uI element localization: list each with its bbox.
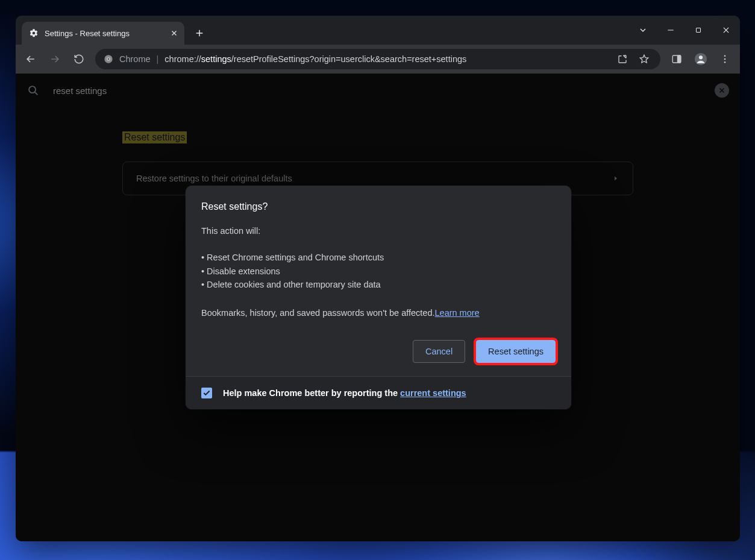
forward-button[interactable] — [45, 49, 65, 69]
svg-point-10 — [724, 61, 726, 63]
omnibox-separator: | — [157, 54, 159, 64]
settings-search-value: reset settings — [53, 86, 701, 96]
dialog-bullet-list: Reset Chrome settings and Chrome shortcu… — [201, 251, 556, 291]
chrome-icon — [104, 54, 113, 64]
current-settings-link[interactable]: current settings — [400, 388, 466, 398]
dialog-title: Reset settings? — [201, 201, 556, 212]
reset-settings-button[interactable]: Reset settings — [476, 340, 556, 363]
back-button[interactable] — [20, 49, 41, 69]
reset-settings-dialog: Reset settings? This action will: Reset … — [186, 186, 571, 409]
clear-search-button[interactable] — [715, 83, 729, 98]
omnibox-prefix: Chrome — [119, 54, 151, 64]
svg-rect-5 — [678, 55, 681, 63]
dialog-lead: This action will: — [201, 224, 556, 238]
dialog-bullet: Disable extensions — [201, 265, 556, 278]
omnibox-url: chrome://settings/resetProfileSettings?o… — [164, 54, 466, 64]
share-icon[interactable] — [615, 51, 630, 67]
minimize-button[interactable] — [657, 18, 685, 42]
close-tab-button[interactable] — [169, 28, 180, 39]
svg-point-3 — [108, 58, 110, 60]
bookmark-star-icon[interactable] — [636, 51, 652, 67]
settings-page: reset settings Reset settings Restore se… — [16, 74, 740, 541]
search-icon — [27, 84, 40, 97]
omnibox[interactable]: Chrome | chrome://settings/resetProfileS… — [95, 49, 660, 69]
tab-title: Settings - Reset settings — [45, 29, 163, 38]
dialog-button-row: Cancel Reset settings — [201, 340, 556, 363]
report-checkbox[interactable] — [201, 388, 212, 398]
dialog-footer-text: Bookmarks, history, and saved passwords … — [201, 306, 556, 319]
window-controls — [629, 16, 740, 45]
svg-rect-0 — [697, 28, 701, 33]
cancel-button[interactable]: Cancel — [413, 340, 465, 363]
row-label: Restore settings to their original defau… — [136, 174, 292, 183]
dialog-bullet: Delete cookies and other temporary site … — [201, 278, 556, 291]
profile-button[interactable] — [691, 49, 711, 69]
learn-more-link[interactable]: Learn more — [435, 308, 480, 318]
browser-toolbar: Chrome | chrome://settings/resetProfileS… — [16, 45, 740, 74]
svg-point-11 — [29, 86, 36, 93]
side-panel-button[interactable] — [666, 49, 687, 69]
tabs-dropdown-button[interactable] — [629, 18, 657, 42]
svg-point-7 — [699, 55, 703, 59]
gear-icon — [29, 28, 39, 38]
dialog-bullet: Reset Chrome settings and Chrome shortcu… — [201, 251, 556, 264]
svg-point-9 — [724, 58, 726, 60]
report-settings-row: Help make Chrome better by reporting the… — [186, 376, 571, 409]
settings-search-bar[interactable]: reset settings — [16, 76, 740, 105]
tab-strip: Settings - Reset settings — [16, 16, 740, 45]
chrome-window: Settings - Reset settings — [16, 16, 740, 541]
report-label: Help make Chrome better by reporting the… — [223, 388, 466, 398]
new-tab-button[interactable] — [190, 24, 208, 42]
browser-tab[interactable]: Settings - Reset settings — [22, 22, 184, 45]
maximize-button[interactable] — [685, 18, 712, 42]
chevron-right-icon — [612, 175, 619, 182]
kebab-menu-button[interactable] — [715, 49, 735, 69]
reload-button[interactable] — [69, 49, 89, 69]
svg-point-8 — [724, 55, 726, 57]
section-title-highlight: Reset settings — [122, 131, 187, 143]
close-window-button[interactable] — [712, 18, 740, 42]
